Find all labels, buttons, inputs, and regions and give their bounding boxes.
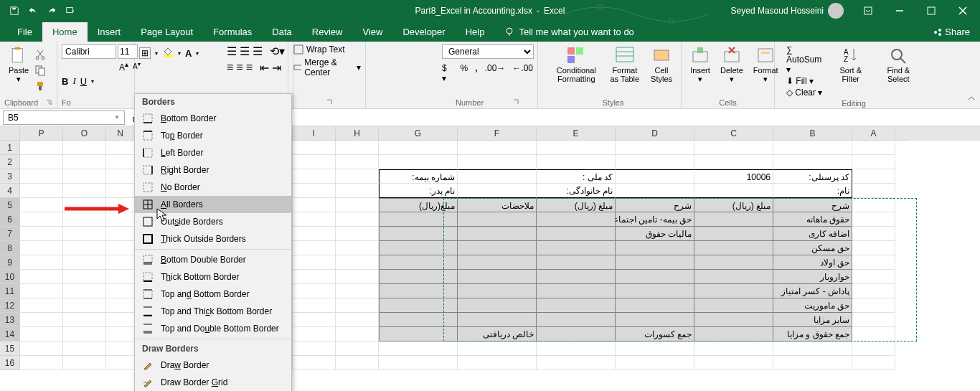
border-menu-top-thick-bottom[interactable]: Top and Thick Bottom Border xyxy=(135,303,291,320)
format-cells-button[interactable]: Format▾ xyxy=(749,44,783,85)
cell-F5[interactable]: ملاحضات xyxy=(458,198,537,212)
cell-N8[interactable] xyxy=(106,241,135,255)
cell-O12[interactable] xyxy=(63,298,106,313)
tab-home[interactable]: Home xyxy=(42,22,88,42)
cell-H10[interactable] xyxy=(336,270,379,284)
cell-E14[interactable] xyxy=(537,327,616,341)
row-header-1[interactable]: 1 xyxy=(0,141,20,155)
cell-D6[interactable]: حق بیمه- تامین اجتماعی xyxy=(616,212,694,227)
cell-F14[interactable]: خالص دریافتی xyxy=(458,327,537,341)
tab-review[interactable]: Review xyxy=(302,22,353,42)
cell-O8[interactable] xyxy=(63,241,106,255)
accounting-format-button[interactable]: $ ▾ xyxy=(442,63,453,83)
cell-G10[interactable] xyxy=(379,270,458,284)
cell-D10[interactable] xyxy=(616,270,694,284)
cell-E15[interactable] xyxy=(537,341,616,356)
border-menu-none[interactable]: No Border xyxy=(135,179,291,196)
cell-H11[interactable] xyxy=(336,284,379,298)
cell-G13[interactable] xyxy=(379,313,458,327)
cell-A10[interactable] xyxy=(852,270,895,284)
cell-P10[interactable] xyxy=(20,270,63,284)
conditional-formatting-button[interactable]: Conditional Formatting xyxy=(550,44,603,85)
number-format-combo[interactable]: General xyxy=(442,44,534,59)
col-header-E[interactable]: E xyxy=(537,126,616,141)
cell-N7[interactable] xyxy=(106,227,135,241)
cell-B6[interactable]: حقوق ماهانه xyxy=(773,212,852,227)
cell-N10[interactable] xyxy=(106,270,135,284)
cell-C15[interactable] xyxy=(694,341,773,356)
row-header-2[interactable]: 2 xyxy=(0,155,20,169)
cell-C5[interactable]: مبلغ (ریال) xyxy=(694,198,773,212)
maximize-icon[interactable] xyxy=(917,0,946,22)
cell-I16[interactable] xyxy=(293,356,336,370)
row-header-5[interactable]: 5 xyxy=(0,198,20,212)
cell-styles-button[interactable]: Cell Styles xyxy=(646,44,677,85)
cell-G15[interactable] xyxy=(379,341,458,356)
cell-C14[interactable] xyxy=(694,327,773,341)
cell-D14[interactable]: جمع کسورات xyxy=(616,327,694,341)
cell-P4[interactable] xyxy=(20,184,63,198)
cell-N15[interactable] xyxy=(106,341,135,356)
cell-B16[interactable] xyxy=(773,356,852,370)
row-header-7[interactable]: 7 xyxy=(0,227,20,241)
cell-O13[interactable] xyxy=(63,313,106,327)
col-header-D[interactable]: D xyxy=(616,126,694,141)
cell-N16[interactable] xyxy=(106,356,135,370)
cell-A15[interactable] xyxy=(852,341,895,356)
cell-I10[interactable] xyxy=(293,270,336,284)
border-menu-draw-grid[interactable]: Draw Border Grid xyxy=(135,374,291,391)
cell-B1[interactable] xyxy=(773,141,852,155)
increase-indent-button[interactable]: ⇥ xyxy=(272,61,281,75)
font-color-button[interactable]: A xyxy=(185,48,192,59)
ribbon-display-icon[interactable] xyxy=(854,0,882,22)
italic-button[interactable]: I xyxy=(72,75,75,87)
cell-E2[interactable] xyxy=(537,155,616,169)
decrease-indent-button[interactable]: ⇤ xyxy=(260,61,269,75)
cell-D8[interactable] xyxy=(616,241,694,255)
cell-N2[interactable] xyxy=(106,155,135,169)
row-header-3[interactable]: 3 xyxy=(0,169,20,184)
cell-D4[interactable] xyxy=(616,184,694,198)
merge-center-button[interactable]: Merge & Center ▾ xyxy=(293,57,361,77)
save-icon[interactable] xyxy=(6,2,23,19)
cell-B10[interactable]: خواروبار xyxy=(773,270,852,284)
cell-G14[interactable] xyxy=(379,327,458,341)
col-header-G[interactable]: G xyxy=(379,126,458,141)
border-menu-outside[interactable]: Outside Borders xyxy=(135,213,291,230)
sort-filter-button[interactable]: AZSort & Filter xyxy=(830,44,872,85)
cell-F8[interactable] xyxy=(458,241,537,255)
tab-developer[interactable]: Developer xyxy=(392,22,455,42)
collapse-ribbon-button[interactable] xyxy=(967,93,976,105)
align-top-button[interactable]: ☰ xyxy=(227,44,237,58)
cell-O15[interactable] xyxy=(63,341,106,356)
cell-I1[interactable] xyxy=(293,141,336,155)
cell-A7[interactable] xyxy=(852,227,895,241)
cell-P2[interactable] xyxy=(20,155,63,169)
cell-P13[interactable] xyxy=(20,313,63,327)
tab-insert[interactable]: Insert xyxy=(88,22,131,42)
cell-H8[interactable] xyxy=(336,241,379,255)
cell-F9[interactable] xyxy=(458,255,537,270)
cell-C11[interactable] xyxy=(694,284,773,298)
cell-G9[interactable] xyxy=(379,255,458,270)
name-box[interactable]: B5 ▼ xyxy=(3,110,125,125)
fill-button[interactable]: ⬇ Fill ▾ xyxy=(786,76,826,86)
cell-H6[interactable] xyxy=(336,212,379,227)
select-all-corner[interactable] xyxy=(0,126,20,141)
redo-icon[interactable] xyxy=(43,2,60,19)
align-center-button[interactable]: ≡ xyxy=(236,61,242,75)
cell-B8[interactable]: حق مسکن xyxy=(773,241,852,255)
align-middle-button[interactable]: ☰ xyxy=(240,44,250,58)
cell-G12[interactable] xyxy=(379,298,458,313)
cell-D1[interactable] xyxy=(616,141,694,155)
cell-I12[interactable] xyxy=(293,298,336,313)
customize-qat-icon[interactable] xyxy=(62,2,79,19)
cell-E16[interactable] xyxy=(537,356,616,370)
cell-I7[interactable] xyxy=(293,227,336,241)
cell-P14[interactable] xyxy=(20,327,63,341)
cell-D9[interactable] xyxy=(616,255,694,270)
cell-A13[interactable] xyxy=(852,313,895,327)
cell-H15[interactable] xyxy=(336,341,379,356)
cell-A6[interactable] xyxy=(852,212,895,227)
cell-P1[interactable] xyxy=(20,141,63,155)
